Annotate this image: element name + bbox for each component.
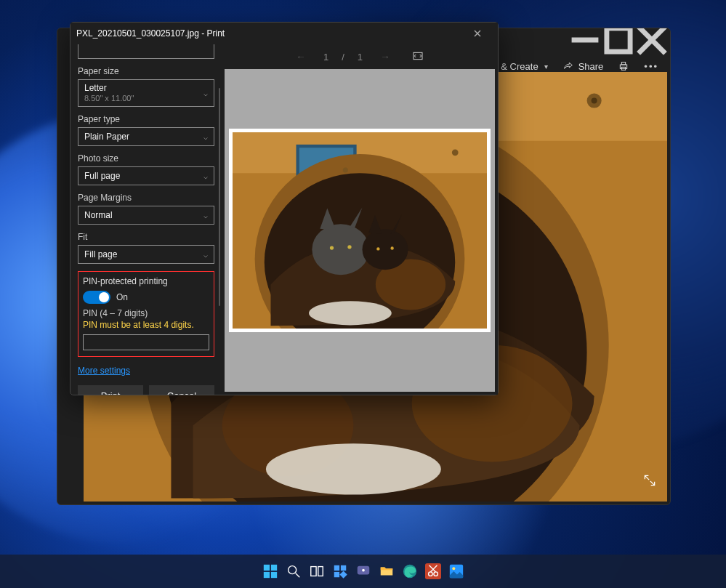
minimize-button[interactable] [568, 28, 602, 52]
print-dialog-title: PXL_20210501_030025107.jpg - Print [76, 28, 225, 39]
photo-size-label: Photo size [78, 153, 214, 164]
preview-nav: ← 1 / 1 → [222, 44, 498, 69]
svg-rect-4 [621, 65, 627, 68]
scrollbar[interactable] [219, 88, 220, 306]
fit-select[interactable]: Fill page ⌵ [78, 245, 214, 264]
svg-point-41 [363, 229, 408, 270]
page-margins-select[interactable]: Normal ⌵ [78, 206, 214, 225]
svg-point-62 [362, 569, 365, 572]
task-view-button[interactable] [307, 562, 326, 581]
svg-point-47 [343, 167, 348, 172]
svg-rect-64 [425, 563, 441, 579]
paper-type-label: Paper type [78, 114, 214, 124]
svg-rect-50 [270, 565, 276, 571]
paper-type-value: Plain Paper [84, 132, 129, 142]
chevron-down-icon: ⌵ [203, 251, 208, 259]
svg-rect-57 [334, 565, 339, 571]
print-options-panel: Paper size Letter 8.50" x 11.00" ⌵ Paper… [70, 44, 222, 395]
pin-toggle[interactable] [83, 291, 110, 304]
preview-frame [225, 69, 495, 392]
share-label: Share [578, 61, 604, 72]
paper-size-select[interactable]: Letter 8.50" x 11.00" ⌵ [78, 79, 214, 107]
start-button[interactable] [261, 562, 280, 581]
page-total: 1 [358, 52, 363, 63]
print-button[interactable]: Print [78, 385, 143, 395]
svg-rect-5 [622, 63, 626, 65]
snipping-tool-button[interactable] [424, 562, 443, 581]
edge-icon [402, 563, 418, 579]
widgets-button[interactable] [331, 562, 350, 581]
taskbar [0, 555, 726, 588]
print-preview-panel: ← 1 / 1 → [222, 44, 498, 395]
photos-icon [448, 563, 464, 579]
svg-point-46 [309, 301, 392, 325]
paper-size-label: Paper size [78, 66, 214, 76]
edge-button[interactable] [400, 562, 419, 581]
printer-icon [618, 60, 629, 72]
next-page-button[interactable]: → [376, 48, 395, 65]
svg-point-45 [390, 246, 393, 249]
widgets-icon [332, 563, 348, 579]
svg-point-53 [288, 566, 296, 574]
search-button[interactable] [284, 562, 303, 581]
svg-rect-51 [263, 572, 269, 578]
cancel-button[interactable]: Cancel [149, 385, 214, 395]
folder-icon [379, 563, 395, 579]
file-explorer-button[interactable] [377, 562, 396, 581]
svg-rect-59 [334, 572, 339, 577]
svg-rect-56 [318, 567, 322, 576]
pin-input[interactable] [83, 334, 209, 350]
pin-sub-label: PIN (4 – 7 digits) [83, 308, 209, 318]
chevron-down-icon: ⌵ [203, 89, 208, 97]
fit-icon [412, 50, 424, 62]
ellipsis-icon: ••• [644, 61, 658, 72]
close-button[interactable] [635, 28, 669, 52]
paper-size-sub: 8.50" x 11.00" [84, 94, 134, 103]
svg-point-70 [452, 567, 455, 570]
fullscreen-icon[interactable] [642, 473, 657, 491]
more-settings-link[interactable]: More settings [78, 366, 130, 376]
pin-error-text: PIN must be at least 4 digits. [83, 320, 209, 330]
chat-button[interactable] [354, 562, 373, 581]
pin-title: PIN-protected printing [83, 276, 209, 286]
chevron-down-icon: ⌵ [203, 212, 208, 220]
svg-point-23 [266, 443, 441, 494]
svg-rect-1 [607, 28, 630, 52]
printer-select[interactable] [78, 44, 214, 59]
svg-point-40 [347, 245, 351, 249]
close-dialog-button[interactable] [463, 23, 492, 44]
share-icon [562, 60, 574, 72]
page-margins-value: Normal [84, 210, 113, 220]
task-view-icon [309, 563, 325, 579]
svg-point-48 [452, 149, 459, 156]
svg-rect-52 [270, 572, 276, 578]
chevron-down-icon: ▾ [544, 63, 548, 71]
fit-value: Fill page [84, 249, 117, 259]
pin-section-highlight: PIN-protected printing On PIN (4 – 7 dig… [78, 271, 214, 357]
print-dialog-titlebar: PXL_20210501_030025107.jpg - Print [70, 23, 498, 44]
preview-image [233, 132, 487, 329]
prev-page-button[interactable]: ← [291, 48, 310, 65]
svg-rect-58 [340, 565, 345, 571]
svg-rect-49 [263, 565, 269, 571]
photos-app-button[interactable] [447, 562, 466, 581]
svg-rect-55 [310, 567, 315, 576]
svg-rect-60 [339, 571, 347, 578]
paper-type-select[interactable]: Plain Paper ⌵ [78, 127, 214, 146]
svg-point-25 [592, 98, 597, 104]
chevron-down-icon: ⌵ [203, 172, 208, 180]
page-current: 1 [323, 52, 328, 63]
svg-line-54 [295, 573, 299, 578]
page-sep: / [342, 52, 344, 63]
chat-icon [355, 563, 371, 579]
photo-size-value: Full page [84, 171, 120, 181]
paper-size-value: Letter [84, 83, 134, 93]
chevron-down-icon: ⌵ [203, 133, 208, 141]
maximize-button[interactable] [602, 28, 635, 52]
page-margins-label: Page Margins [78, 193, 214, 203]
windows-icon [262, 563, 278, 579]
search-icon [286, 563, 302, 579]
photo-size-select[interactable]: Full page ⌵ [78, 166, 214, 185]
scissors-icon [425, 563, 441, 579]
fit-to-window-button[interactable] [408, 47, 428, 67]
